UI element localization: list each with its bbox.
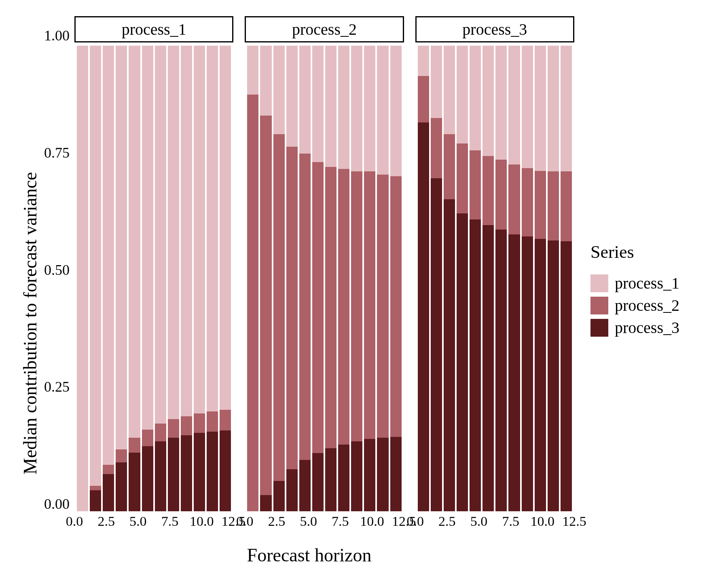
panel: [74, 46, 233, 511]
bar-segment-process_1: [260, 46, 271, 116]
bar-segment-process_3: [418, 122, 429, 511]
bar-segment-process_2: [338, 169, 349, 445]
bar-segment-process_2: [260, 116, 271, 495]
bar: [194, 46, 205, 511]
bar: [418, 46, 429, 511]
bar-segment-process_3: [181, 435, 192, 511]
bar-segment-process_2: [561, 171, 572, 241]
bar-segment-process_2: [325, 167, 336, 449]
bar-segment-process_3: [312, 453, 324, 511]
panel: [245, 46, 404, 511]
bar-segment-process_1: [535, 46, 546, 171]
bar-segment-process_2: [364, 171, 375, 439]
bar-segment-process_2: [168, 419, 179, 438]
y-tick-label: 1.00: [44, 27, 70, 44]
bar: [286, 46, 298, 511]
bar-segment-process_1: [220, 46, 231, 410]
bar: [377, 46, 388, 511]
bar-segment-process_2: [508, 164, 520, 234]
bar-segment-process_2: [142, 430, 153, 446]
x-tick-label: 5.0: [300, 514, 317, 529]
bar-segment-process_3: [220, 430, 231, 511]
bar-segment-process_3: [273, 481, 285, 511]
bar: [522, 46, 533, 511]
x-axis-ticks: 0.02.55.07.510.012.5: [415, 511, 574, 533]
bar-segment-process_3: [129, 453, 140, 511]
facets-row: 1.000.750.500.250.00 process_1process_2p…: [44, 16, 574, 511]
bar-segment-process_2: [90, 486, 101, 491]
x-tick-label: 5.0: [129, 514, 147, 529]
bar-segment-process_2: [535, 171, 546, 239]
bar: [444, 46, 455, 511]
bar-segment-process_1: [116, 46, 127, 449]
bar-segment-process_2: [483, 156, 494, 225]
bar-segment-process_3: [168, 438, 179, 511]
bar-segment-process_1: [286, 46, 298, 147]
bar-segment-process_3: [561, 241, 572, 511]
bar-segment-process_2: [273, 134, 285, 481]
legend-key: [590, 274, 608, 292]
bar-segment-process_2: [103, 465, 114, 474]
x-axis-ticks: 0.02.55.07.510.012.5: [74, 511, 233, 533]
bar: [168, 46, 179, 511]
bar-segment-process_3: [299, 460, 311, 511]
bar-segment-process_1: [273, 46, 285, 134]
facet-process_2: process_2: [245, 16, 404, 511]
bar-segment-process_3: [508, 234, 520, 511]
bar-segment-process_1: [325, 46, 336, 167]
x-tick-label: 2.5: [97, 514, 115, 529]
bar-segment-process_3: [364, 439, 375, 511]
bar-segment-process_1: [194, 46, 205, 413]
bar-segment-process_2: [444, 134, 455, 199]
bar-segment-process_3: [103, 474, 114, 511]
legend-key: [590, 319, 608, 337]
bar-segment-process_1: [338, 46, 349, 169]
bar-segment-process_1: [390, 46, 402, 176]
y-tick-label: 0.00: [44, 496, 70, 512]
bar-segment-process_1: [483, 46, 494, 156]
bar-segment-process_1: [247, 46, 258, 95]
bar: [142, 46, 153, 511]
x-axis-title: Forecast horizon: [44, 533, 574, 566]
x-tick-label: 12.5: [562, 514, 586, 529]
bar: [548, 46, 559, 511]
bar: [338, 46, 349, 511]
bars: [74, 46, 233, 511]
bar-segment-process_1: [181, 46, 192, 416]
bar-segment-process_3: [142, 446, 153, 511]
legend-label: process_1: [615, 274, 679, 293]
bar-segment-process_3: [207, 432, 218, 511]
bar: [181, 46, 192, 511]
bar: [273, 46, 285, 511]
bar-segment-process_2: [351, 171, 362, 441]
bar: [220, 46, 231, 511]
legend-key: [590, 297, 608, 314]
bar-segment-process_3: [351, 441, 362, 511]
bar-segment-process_3: [470, 219, 481, 511]
bar: [457, 46, 468, 511]
bar-segment-process_2: [377, 175, 388, 438]
bar: [260, 46, 271, 511]
x-axis-facet: 0.02.55.07.510.012.5: [74, 511, 233, 533]
x-tick-label: 10.0: [360, 514, 384, 529]
bar-segment-process_2: [299, 154, 311, 460]
bar-segment-process_1: [495, 46, 507, 160]
bar: [535, 46, 546, 511]
x-tick-label: 10.0: [190, 514, 214, 529]
bar-segment-process_1: [561, 46, 572, 171]
bar-segment-process_1: [168, 46, 179, 419]
bar: [325, 46, 336, 511]
bar: [508, 46, 520, 511]
bar: [364, 46, 375, 511]
facet-process_3: process_3: [415, 16, 574, 511]
x-axis-title-text: Forecast horizon: [247, 545, 372, 565]
x-tick-label: 2.5: [438, 514, 456, 529]
bar-segment-process_2: [548, 171, 559, 240]
bar-segment-process_2: [522, 168, 533, 236]
bar-segment-process_3: [260, 495, 271, 511]
bar-segment-process_1: [77, 46, 88, 511]
legend-label: process_2: [615, 296, 679, 315]
x-tick-label: 10.0: [531, 514, 555, 529]
bar: [77, 46, 88, 511]
x-tick-label: 7.5: [161, 514, 179, 529]
